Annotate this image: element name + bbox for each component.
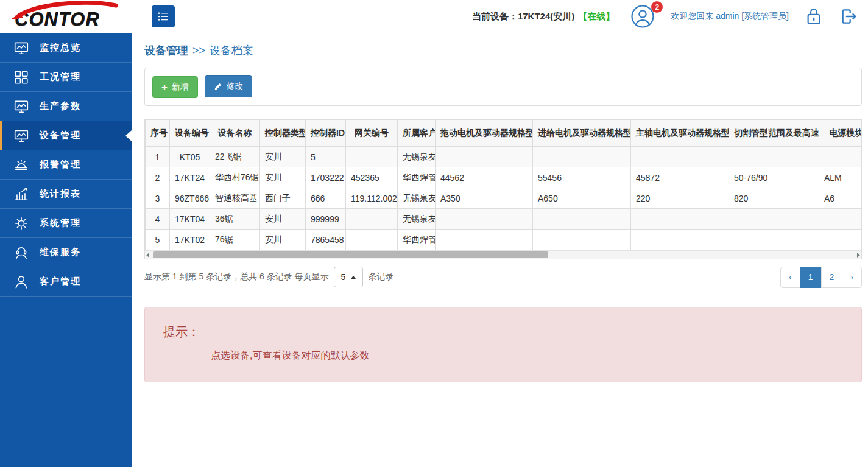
sidebar-item-production-params[interactable]: 生产参数 <box>0 92 132 121</box>
column-header: 切割管型范围及最高速度 <box>729 120 819 147</box>
headset-icon <box>13 245 29 261</box>
logo: CONTOR <box>0 0 132 33</box>
table-cell: 4 <box>146 209 170 230</box>
main-content: 设备管理>>设备档案 + 新增 修改 序号设备编号设备名称控制器类型控制器ID网… <box>132 0 868 382</box>
table-cell: 76锯 <box>210 230 260 250</box>
table-row[interactable]: 517KT0276锯安川7865458华西焊管 <box>146 230 863 250</box>
sidebar-item-system-management[interactable]: 系统管理 <box>0 209 132 238</box>
table-cell: 55456 <box>533 167 631 188</box>
table-cell: 96ZT666 <box>170 188 210 209</box>
pagination-bar: 显示第 1 到第 5 条记录，总共 6 条记录 每页显示 5 条记录 ‹12› <box>144 267 862 288</box>
table-cell: 华西焊管 <box>398 230 436 250</box>
edit-button[interactable]: 修改 <box>205 75 252 97</box>
table-row[interactable]: 217KT24华西村76锯安川1703222452365华西焊管44562554… <box>146 167 863 188</box>
user-avatar-icon[interactable]: 2 <box>630 4 655 29</box>
sidebar-item-device-management[interactable]: 设备管理 <box>0 121 132 150</box>
breadcrumb-separator: >> <box>192 44 205 57</box>
table-row[interactable]: 1KT0522飞锯安川5无锡泉友 <box>146 147 863 167</box>
table-row[interactable]: 396ZT666智通核高基西门子666119.112.002无锡泉友A350A6… <box>146 188 863 209</box>
current-device-label: 当前设备：17KT24(安川)【在线】 <box>472 11 615 23</box>
breadcrumb-section[interactable]: 设备管理 <box>144 44 188 57</box>
table-cell <box>346 209 398 230</box>
sidebar-item-label: 客户管理 <box>40 276 81 287</box>
table-cell: 45872 <box>631 167 729 188</box>
scroll-right-arrow[interactable] <box>857 253 860 258</box>
sidebar-item-monitor-overview[interactable]: 监控总览 <box>0 33 132 63</box>
table-cell <box>436 230 533 250</box>
table-cell <box>729 209 819 230</box>
sidebar-item-label: 统计报表 <box>40 188 81 200</box>
device-table: 序号设备编号设备名称控制器类型控制器ID网关编号所属客户拖动电机及驱动器规格型号… <box>145 119 862 250</box>
next-page-button[interactable]: › <box>842 267 862 288</box>
menu-toggle-button[interactable] <box>152 5 175 27</box>
user-icon <box>13 274 29 290</box>
page-button-2[interactable]: 2 <box>821 267 843 288</box>
sidebar-item-label: 工况管理 <box>40 71 81 83</box>
table-cell: 452365 <box>346 167 398 188</box>
column-header: 主轴电机及驱动器规格型号 <box>631 120 729 147</box>
page-button-1[interactable]: 1 <box>800 267 822 288</box>
pagination-summary-suffix: 条记录 <box>368 272 393 283</box>
add-button[interactable]: + 新增 <box>152 76 198 98</box>
table-cell: 2 <box>146 167 170 188</box>
table-cell <box>346 230 398 250</box>
welcome-user-link[interactable]: 欢迎您回来 admin [系统管理员] <box>671 11 789 22</box>
column-header: 网关编号 <box>346 120 398 147</box>
table-cell: 17KT02 <box>170 230 210 250</box>
notification-badge: 2 <box>651 1 663 13</box>
pagination-summary: 显示第 1 到第 5 条记录，总共 6 条记录 每页显示 5 条记录 <box>144 267 393 287</box>
table-cell: 36锯 <box>210 209 260 230</box>
table-cell: 华西村76锯 <box>210 167 260 188</box>
table-cell: 安川 <box>260 230 306 250</box>
table-cell: 50-76/90 <box>729 167 819 188</box>
table-cell: 17KT24 <box>170 167 210 188</box>
table-cell <box>436 147 533 167</box>
sidebar-item-label: 监控总览 <box>40 42 81 54</box>
scrollbar-thumb[interactable] <box>153 251 548 258</box>
monitor-icon <box>13 99 29 114</box>
table-cell: 220 <box>631 188 729 209</box>
table-cell <box>631 209 729 230</box>
sidebar-item-work-condition[interactable]: 工况管理 <box>0 63 132 92</box>
column-header: 序号 <box>146 120 170 147</box>
table-cell: 22飞锯 <box>210 147 260 167</box>
device-table-container: 序号设备编号设备名称控制器类型控制器ID网关编号所属客户拖动电机及驱动器规格型号… <box>144 119 862 259</box>
sidebar-item-customer-management[interactable]: 客户管理 <box>0 267 132 297</box>
table-cell <box>819 209 863 230</box>
table-body: 1KT0522飞锯安川5无锡泉友217KT24华西村76锯安川170322245… <box>146 147 863 250</box>
table-cell: 119.112.002 <box>346 188 398 209</box>
table-cell: 1 <box>146 147 170 167</box>
sidebar-item-maintenance-service[interactable]: 维保服务 <box>0 238 132 267</box>
column-header: 拖动电机及驱动器规格型号 <box>436 120 533 147</box>
sidebar-item-alarm-management[interactable]: 报警管理 <box>0 150 132 180</box>
table-cell: ALM <box>819 167 863 188</box>
scroll-left-arrow[interactable] <box>146 253 149 258</box>
alert-title: 提示： <box>163 324 843 340</box>
table-cell <box>729 230 819 250</box>
column-header: 控制器类型 <box>260 120 306 147</box>
table-cell: KT05 <box>170 147 210 167</box>
table-cell: 无锡泉友 <box>398 188 436 209</box>
logo-swoosh <box>9 1 122 19</box>
lock-icon[interactable] <box>805 6 823 27</box>
table-cell: 5 <box>146 230 170 250</box>
page-size-dropdown[interactable]: 5 <box>334 267 364 287</box>
header-right: 当前设备：17KT24(安川)【在线】 2 欢迎您回来 admin [系统管理员… <box>472 4 868 29</box>
pagination-summary-prefix: 显示第 1 到第 5 条记录，总共 6 条记录 每页显示 <box>144 272 329 283</box>
table-cell: A350 <box>436 188 533 209</box>
table-cell: 安川 <box>260 209 306 230</box>
table-cell <box>819 147 863 167</box>
sidebar-item-statistics-report[interactable]: 统计报表 <box>0 180 132 209</box>
table-cell: 7865458 <box>306 230 346 250</box>
horizontal-scrollbar[interactable] <box>145 250 861 259</box>
prev-page-button[interactable]: ‹ <box>780 267 800 288</box>
logout-icon[interactable] <box>839 7 858 26</box>
breadcrumb-page: 设备档案 <box>210 44 253 57</box>
table-cell <box>729 147 819 167</box>
sidebar-item-label: 报警管理 <box>40 159 81 170</box>
alarm-icon <box>13 157 29 173</box>
table-row[interactable]: 417KT0436锯安川999999无锡泉友 <box>146 209 863 230</box>
pencil-icon <box>214 83 222 91</box>
table-cell: A6 <box>819 188 863 209</box>
top-header: CONTOR 当前设备：17KT24(安川)【在线】 2 欢迎您回来 admin… <box>0 0 868 33</box>
